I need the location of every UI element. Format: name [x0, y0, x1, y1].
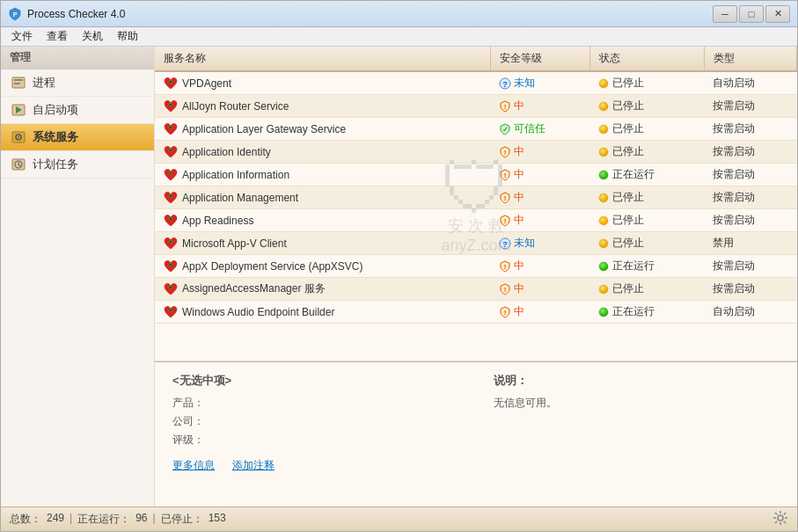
svg-text:!: ! — [504, 286, 507, 294]
service-name-text: AppX Deployment Service (AppXSVC) — [182, 260, 362, 273]
security-level-text: 中 — [514, 99, 524, 112]
svg-point-8 — [18, 136, 19, 138]
table-area: 服务名称 安全等级 状态 类型 VPDAgent?未知已停止自动启动 AllJo… — [155, 47, 797, 361]
main-window: P Process Checker 4.0 ─ □ ✕ 文件 查看 关机 帮助 … — [0, 0, 798, 532]
cell-security: !中 — [490, 95, 589, 118]
status-text: 总数： 249 | 正在运行： 96 | 已停止： 153 — [10, 512, 226, 527]
stopped-label: 已停止： — [161, 512, 203, 527]
svg-point-39 — [170, 218, 172, 220]
svg-point-52 — [170, 287, 172, 288]
sep1: | — [70, 512, 72, 527]
status-text: 已停止 — [612, 237, 644, 249]
detail-description-title: 说明： — [494, 373, 780, 389]
cell-service-name: Application Layer Gateway Service — [155, 118, 490, 141]
security-level-text: 中 — [514, 305, 524, 317]
sidebar-item-schedule[interactable]: 计划任务 — [1, 151, 154, 179]
svg-point-29 — [599, 148, 608, 157]
table-row[interactable]: Application Layer Gateway Service✓可信任已停止… — [155, 118, 797, 141]
svg-point-48 — [170, 264, 172, 266]
status-text: 已停止 — [612, 122, 644, 135]
security-level-text: 中 — [514, 145, 524, 157]
running-value: 96 — [135, 512, 147, 527]
cell-service-name: AssignedAccessManager 服务 — [155, 278, 490, 301]
menu-shutdown[interactable]: 关机 — [75, 27, 110, 46]
menu-view[interactable]: 查看 — [40, 27, 75, 46]
table-row[interactable]: Microsoft App-V Client?未知已停止禁用 — [155, 232, 797, 255]
close-button[interactable]: ✕ — [765, 5, 790, 23]
status-text: 已停止 — [612, 145, 644, 157]
service-icon — [164, 168, 178, 182]
cell-security: !中 — [490, 278, 589, 301]
svg-point-14 — [170, 81, 172, 83]
detail-company: 公司： — [172, 414, 458, 429]
svg-point-37 — [599, 193, 608, 202]
cell-security: !中 — [490, 209, 589, 232]
more-info-link[interactable]: 更多信息 — [172, 458, 215, 473]
svg-text:?: ? — [503, 80, 509, 89]
svg-point-25 — [599, 125, 608, 134]
svg-line-66 — [784, 513, 786, 514]
sidebar-item-autostart[interactable]: 自启动项 — [1, 97, 154, 124]
security-level-text: 中 — [514, 259, 524, 272]
cell-status: 已停止 — [589, 209, 704, 232]
status-text: 已停止 — [612, 191, 644, 203]
sidebar-label-schedule: 计划任务 — [33, 157, 78, 172]
service-icon — [164, 259, 178, 273]
table-row[interactable]: Application Information!中正在运行按需启动 — [155, 164, 797, 186]
cell-type: 按需启动 — [704, 186, 796, 209]
sidebar-label-autostart: 自启动项 — [33, 102, 78, 118]
svg-point-59 — [778, 515, 783, 521]
detail-product: 产品： — [172, 396, 458, 411]
table-row[interactable]: Application Management!中已停止按需启动 — [155, 186, 797, 209]
table-row[interactable]: App Readiness!中已停止按需启动 — [155, 209, 797, 232]
menu-file[interactable]: 文件 — [4, 27, 40, 46]
cell-security: !中 — [490, 301, 589, 324]
detail-selected: <无选中项> — [172, 373, 458, 389]
status-text: 已停止 — [612, 282, 644, 295]
service-icon — [164, 282, 178, 296]
sidebar: 管理 进程 自启动项 — [1, 47, 155, 506]
menu-bar: 文件 查看 关机 帮助 — [1, 27, 797, 47]
add-note-link[interactable]: 添加注释 — [232, 458, 275, 473]
service-name-text: AssignedAccessManager 服务 — [182, 281, 326, 296]
detail-right: 说明： 无信息可用。 — [494, 373, 780, 496]
status-text: 已停止 — [612, 214, 644, 226]
service-icon — [164, 237, 178, 251]
status-text: 正在运行 — [612, 305, 655, 317]
cell-status: 已停止 — [589, 186, 704, 209]
table-row[interactable]: AllJoyn Router Service!中已停止按需启动 — [155, 95, 797, 118]
table-row[interactable]: AssignedAccessManager 服务!中已停止按需启动 — [155, 278, 797, 301]
settings-icon[interactable] — [772, 510, 788, 528]
cell-service-name: Application Management — [155, 186, 490, 209]
svg-text:!: ! — [504, 103, 507, 111]
table-row[interactable]: Application Identity!中已停止按需启动 — [155, 141, 797, 164]
service-name-text: App Readiness — [182, 215, 253, 227]
svg-point-31 — [170, 172, 172, 174]
sidebar-item-process[interactable]: 进程 — [1, 69, 154, 97]
service-icon — [164, 99, 178, 113]
detail-left: <无选中项> 产品： 公司： 评级： 更多信息 添加注释 — [172, 373, 458, 496]
svg-text:!: ! — [504, 263, 507, 271]
svg-point-17 — [599, 79, 608, 88]
table-row[interactable]: Windows Audio Endpoint Builder!中正在运行自动启动 — [155, 301, 797, 324]
service-icon — [164, 145, 178, 159]
status-bar: 总数： 249 | 正在运行： 96 | 已停止： 153 — [1, 506, 797, 531]
sep2: | — [153, 512, 156, 527]
col-service-name: 服务名称 — [155, 47, 490, 71]
service-name-text: Windows Audio Endpoint Builder — [182, 306, 334, 318]
maximize-button[interactable]: □ — [739, 5, 764, 23]
menu-help[interactable]: 帮助 — [110, 27, 145, 46]
service-icon — [164, 122, 178, 136]
service-icon — [164, 77, 178, 91]
security-level-text: 中 — [514, 168, 524, 180]
svg-point-27 — [170, 149, 172, 151]
minimize-button[interactable]: ─ — [713, 5, 737, 23]
table-scroll[interactable]: 服务名称 安全等级 状态 类型 VPDAgent?未知已停止自动启动 AllJo… — [155, 47, 797, 361]
service-icon — [164, 191, 178, 205]
table-row[interactable]: VPDAgent?未知已停止自动启动 — [155, 71, 797, 95]
cell-status: 已停止 — [589, 278, 704, 301]
sidebar-item-sysservice[interactable]: 系统服务 — [1, 124, 154, 151]
status-text: 正在运行 — [612, 259, 655, 272]
table-row[interactable]: AppX Deployment Service (AppXSVC)!中正在运行按… — [155, 255, 797, 278]
autostart-icon — [10, 103, 27, 117]
